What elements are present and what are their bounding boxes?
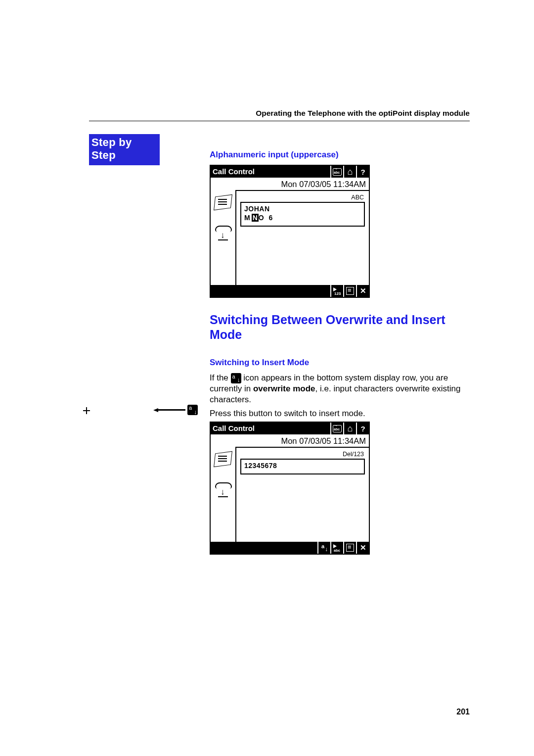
cursor-character: N (252, 214, 259, 222)
keyboard-abc-icon[interactable]: → (330, 423, 343, 434)
running-header: Operating the Telephone with the optiPoi… (89, 109, 470, 121)
paragraph-press-button: Press this button to switch to insert mo… (210, 408, 470, 419)
page-number: 201 (456, 708, 470, 716)
phone-display-2: Call Control → Mon 07/03/05 11:34AM Del/… (210, 422, 370, 555)
phone-title: Call Control (211, 166, 258, 178)
overwrite-icon[interactable] (317, 542, 330, 554)
note-icon[interactable] (213, 451, 233, 468)
step-by-step-badge: Step by Step (89, 134, 160, 165)
to-123-icon[interactable] (330, 285, 343, 297)
phone-display-1: Call Control → Mon 07/03/05 11:34AM ABC (210, 165, 370, 298)
phone-title: Call Control (211, 423, 258, 434)
phone-footer-bar (211, 542, 369, 554)
section-label-alpha-upper: Alphanumeric input (uppercase) (210, 150, 470, 160)
phone-datetime: Mon 07/03/05 11:34AM (235, 434, 369, 448)
entry-line-1: 12345678 (244, 462, 361, 470)
entry-line-2: MNO 6 (244, 214, 361, 222)
help-icon[interactable] (356, 166, 369, 178)
handset-down-icon[interactable] (213, 225, 233, 240)
close-icon[interactable] (356, 542, 369, 554)
p1a: If the (210, 373, 231, 382)
entry-pre: M (244, 214, 252, 222)
list-icon[interactable] (343, 542, 356, 554)
note-icon[interactable] (213, 194, 233, 211)
phone-side-icons (211, 448, 236, 542)
input-mode-indicator: Del/123 (240, 451, 365, 458)
margin-pointer (153, 405, 198, 415)
list-icon[interactable] (343, 285, 356, 297)
phone-side-icons (211, 191, 236, 285)
to-abc-icon[interactable] (330, 542, 343, 554)
phone-titlebar: Call Control → (211, 166, 369, 178)
home-icon[interactable] (343, 423, 356, 434)
heading-switch-mode: Switching Between Overwrite and Insert M… (210, 313, 470, 342)
paragraph-overwrite-explain: If the icon appears in the bottom system… (210, 373, 470, 405)
text-entry-field[interactable]: JOHAN MNO 6 (240, 202, 365, 227)
phone-datetime: Mon 07/03/05 11:34AM (235, 178, 369, 191)
help-icon[interactable] (356, 423, 369, 434)
phone-footer-bar (211, 285, 369, 297)
close-icon[interactable] (356, 285, 369, 297)
overwrite-icon (231, 373, 241, 383)
input-mode-indicator: ABC (240, 194, 365, 201)
p1bold: overwrite mode (253, 384, 315, 393)
phone-titlebar: Call Control → (211, 423, 369, 434)
entry-line-1: JOHAN (244, 205, 361, 213)
crop-mark-icon (83, 407, 90, 414)
home-icon[interactable] (343, 166, 356, 178)
section-label-insert: Switching to Insert Mode (210, 358, 470, 368)
handset-down-icon[interactable] (213, 481, 233, 497)
keyboard-abc-icon[interactable]: → (330, 166, 343, 178)
overwrite-icon[interactable] (187, 405, 198, 415)
text-entry-field[interactable]: 12345678 (240, 459, 365, 474)
entry-post: O 6 (259, 214, 274, 222)
main-column: Alphanumeric input (uppercase) Call Cont… (204, 134, 470, 555)
manual-page: Operating the Telephone with the optiPoi… (0, 0, 534, 555)
side-column: Step by Step (89, 134, 204, 165)
